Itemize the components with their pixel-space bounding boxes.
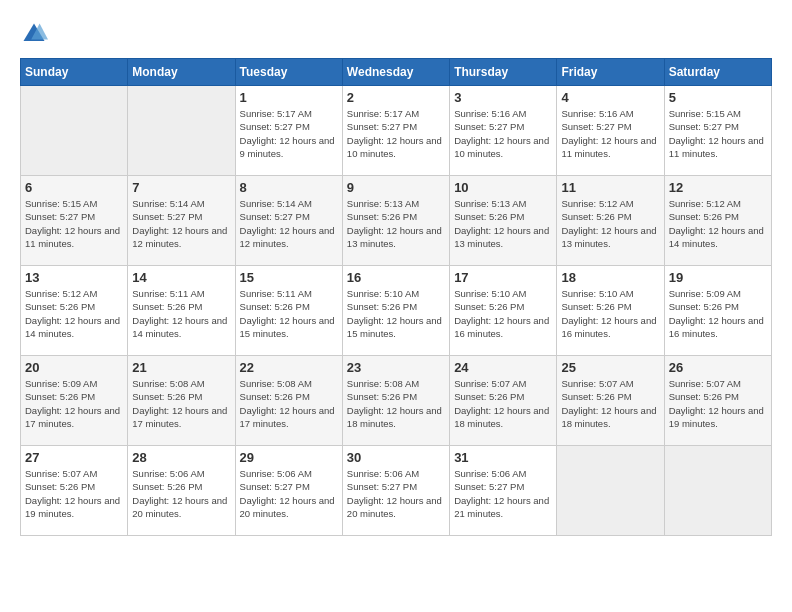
day-number: 6 [25,180,123,195]
day-number: 5 [669,90,767,105]
calendar-cell: 31Sunrise: 5:06 AM Sunset: 5:27 PM Dayli… [450,446,557,536]
day-number: 9 [347,180,445,195]
calendar-cell: 17Sunrise: 5:10 AM Sunset: 5:26 PM Dayli… [450,266,557,356]
calendar-cell: 22Sunrise: 5:08 AM Sunset: 5:26 PM Dayli… [235,356,342,446]
calendar-cell [21,86,128,176]
day-info: Sunrise: 5:10 AM Sunset: 5:26 PM Dayligh… [347,287,445,340]
day-info: Sunrise: 5:06 AM Sunset: 5:27 PM Dayligh… [454,467,552,520]
calendar-cell: 21Sunrise: 5:08 AM Sunset: 5:26 PM Dayli… [128,356,235,446]
day-number: 27 [25,450,123,465]
day-number: 18 [561,270,659,285]
calendar-cell: 11Sunrise: 5:12 AM Sunset: 5:26 PM Dayli… [557,176,664,266]
day-info: Sunrise: 5:13 AM Sunset: 5:26 PM Dayligh… [347,197,445,250]
day-number: 25 [561,360,659,375]
weekday-header: Friday [557,59,664,86]
calendar-header: SundayMondayTuesdayWednesdayThursdayFrid… [21,59,772,86]
day-number: 20 [25,360,123,375]
calendar-week-row: 6Sunrise: 5:15 AM Sunset: 5:27 PM Daylig… [21,176,772,266]
day-info: Sunrise: 5:06 AM Sunset: 5:26 PM Dayligh… [132,467,230,520]
day-number: 1 [240,90,338,105]
day-number: 3 [454,90,552,105]
day-number: 16 [347,270,445,285]
day-info: Sunrise: 5:10 AM Sunset: 5:26 PM Dayligh… [561,287,659,340]
calendar-cell: 8Sunrise: 5:14 AM Sunset: 5:27 PM Daylig… [235,176,342,266]
calendar-cell [128,86,235,176]
calendar-cell: 3Sunrise: 5:16 AM Sunset: 5:27 PM Daylig… [450,86,557,176]
day-info: Sunrise: 5:12 AM Sunset: 5:26 PM Dayligh… [669,197,767,250]
calendar-cell: 26Sunrise: 5:07 AM Sunset: 5:26 PM Dayli… [664,356,771,446]
calendar-week-row: 13Sunrise: 5:12 AM Sunset: 5:26 PM Dayli… [21,266,772,356]
day-info: Sunrise: 5:15 AM Sunset: 5:27 PM Dayligh… [25,197,123,250]
day-info: Sunrise: 5:07 AM Sunset: 5:26 PM Dayligh… [561,377,659,430]
calendar-cell: 10Sunrise: 5:13 AM Sunset: 5:26 PM Dayli… [450,176,557,266]
calendar-cell: 28Sunrise: 5:06 AM Sunset: 5:26 PM Dayli… [128,446,235,536]
calendar-cell: 12Sunrise: 5:12 AM Sunset: 5:26 PM Dayli… [664,176,771,266]
calendar-week-row: 20Sunrise: 5:09 AM Sunset: 5:26 PM Dayli… [21,356,772,446]
weekday-header: Monday [128,59,235,86]
day-info: Sunrise: 5:08 AM Sunset: 5:26 PM Dayligh… [240,377,338,430]
day-number: 19 [669,270,767,285]
day-number: 10 [454,180,552,195]
calendar-cell: 25Sunrise: 5:07 AM Sunset: 5:26 PM Dayli… [557,356,664,446]
day-number: 28 [132,450,230,465]
day-number: 8 [240,180,338,195]
day-info: Sunrise: 5:07 AM Sunset: 5:26 PM Dayligh… [454,377,552,430]
calendar-week-row: 1Sunrise: 5:17 AM Sunset: 5:27 PM Daylig… [21,86,772,176]
calendar-cell: 2Sunrise: 5:17 AM Sunset: 5:27 PM Daylig… [342,86,449,176]
day-number: 7 [132,180,230,195]
weekday-header: Saturday [664,59,771,86]
weekday-header: Thursday [450,59,557,86]
weekday-header: Tuesday [235,59,342,86]
page-header [20,20,772,48]
day-info: Sunrise: 5:11 AM Sunset: 5:26 PM Dayligh… [132,287,230,340]
calendar-cell: 6Sunrise: 5:15 AM Sunset: 5:27 PM Daylig… [21,176,128,266]
calendar-cell: 13Sunrise: 5:12 AM Sunset: 5:26 PM Dayli… [21,266,128,356]
calendar-cell: 16Sunrise: 5:10 AM Sunset: 5:26 PM Dayli… [342,266,449,356]
day-info: Sunrise: 5:17 AM Sunset: 5:27 PM Dayligh… [347,107,445,160]
calendar-cell: 1Sunrise: 5:17 AM Sunset: 5:27 PM Daylig… [235,86,342,176]
day-info: Sunrise: 5:15 AM Sunset: 5:27 PM Dayligh… [669,107,767,160]
day-info: Sunrise: 5:09 AM Sunset: 5:26 PM Dayligh… [669,287,767,340]
day-number: 15 [240,270,338,285]
calendar-cell [557,446,664,536]
day-info: Sunrise: 5:06 AM Sunset: 5:27 PM Dayligh… [240,467,338,520]
logo [20,20,52,48]
logo-icon [20,20,48,48]
day-number: 12 [669,180,767,195]
calendar-cell: 24Sunrise: 5:07 AM Sunset: 5:26 PM Dayli… [450,356,557,446]
weekday-header: Sunday [21,59,128,86]
day-info: Sunrise: 5:12 AM Sunset: 5:26 PM Dayligh… [561,197,659,250]
day-number: 22 [240,360,338,375]
calendar-week-row: 27Sunrise: 5:07 AM Sunset: 5:26 PM Dayli… [21,446,772,536]
calendar-cell: 9Sunrise: 5:13 AM Sunset: 5:26 PM Daylig… [342,176,449,266]
day-number: 24 [454,360,552,375]
calendar-table: SundayMondayTuesdayWednesdayThursdayFrid… [20,58,772,536]
day-number: 31 [454,450,552,465]
day-info: Sunrise: 5:16 AM Sunset: 5:27 PM Dayligh… [561,107,659,160]
day-info: Sunrise: 5:08 AM Sunset: 5:26 PM Dayligh… [132,377,230,430]
calendar-cell: 20Sunrise: 5:09 AM Sunset: 5:26 PM Dayli… [21,356,128,446]
day-number: 21 [132,360,230,375]
calendar-cell: 18Sunrise: 5:10 AM Sunset: 5:26 PM Dayli… [557,266,664,356]
day-info: Sunrise: 5:06 AM Sunset: 5:27 PM Dayligh… [347,467,445,520]
day-info: Sunrise: 5:07 AM Sunset: 5:26 PM Dayligh… [25,467,123,520]
calendar-cell: 23Sunrise: 5:08 AM Sunset: 5:26 PM Dayli… [342,356,449,446]
calendar-cell: 7Sunrise: 5:14 AM Sunset: 5:27 PM Daylig… [128,176,235,266]
day-info: Sunrise: 5:13 AM Sunset: 5:26 PM Dayligh… [454,197,552,250]
day-number: 23 [347,360,445,375]
day-number: 17 [454,270,552,285]
calendar-cell: 5Sunrise: 5:15 AM Sunset: 5:27 PM Daylig… [664,86,771,176]
day-number: 2 [347,90,445,105]
calendar-cell: 30Sunrise: 5:06 AM Sunset: 5:27 PM Dayli… [342,446,449,536]
day-info: Sunrise: 5:14 AM Sunset: 5:27 PM Dayligh… [240,197,338,250]
day-info: Sunrise: 5:11 AM Sunset: 5:26 PM Dayligh… [240,287,338,340]
day-info: Sunrise: 5:08 AM Sunset: 5:26 PM Dayligh… [347,377,445,430]
weekday-header: Wednesday [342,59,449,86]
day-number: 14 [132,270,230,285]
day-number: 30 [347,450,445,465]
calendar-cell: 14Sunrise: 5:11 AM Sunset: 5:26 PM Dayli… [128,266,235,356]
calendar-cell: 19Sunrise: 5:09 AM Sunset: 5:26 PM Dayli… [664,266,771,356]
day-info: Sunrise: 5:16 AM Sunset: 5:27 PM Dayligh… [454,107,552,160]
day-number: 4 [561,90,659,105]
day-number: 13 [25,270,123,285]
